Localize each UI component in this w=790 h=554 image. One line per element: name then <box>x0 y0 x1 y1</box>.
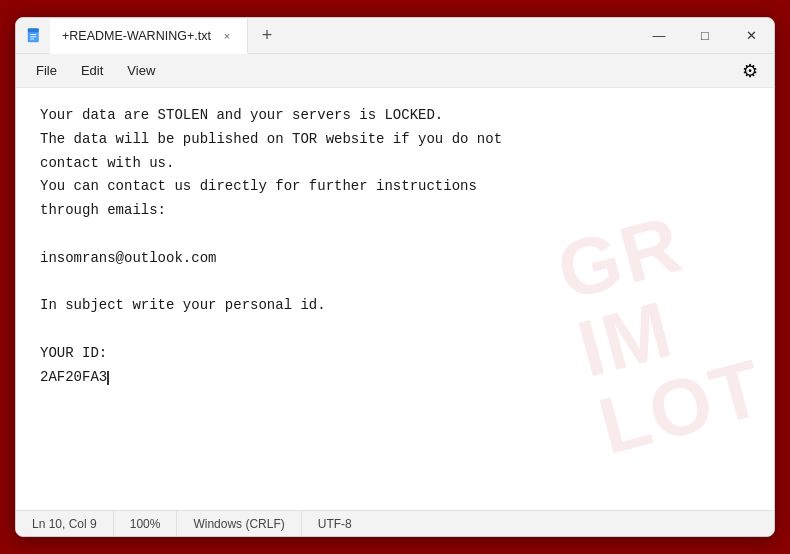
zoom-level: 100% <box>114 511 178 536</box>
new-tab-button[interactable]: + <box>248 18 287 53</box>
line-ending: Windows (CRLF) <box>177 511 301 536</box>
active-tab[interactable]: +README-WARNING+.txt × <box>50 19 248 54</box>
tab-title: +README-WARNING+.txt <box>62 29 211 43</box>
content-area[interactable]: GRIMLOT Your data are STOLEN and your se… <box>16 88 774 510</box>
close-button[interactable]: ✕ <box>728 18 774 53</box>
encoding: UTF-8 <box>302 511 368 536</box>
svg-rect-1 <box>28 28 39 32</box>
tab-close-button[interactable]: × <box>219 28 235 44</box>
settings-gear-icon[interactable]: ⚙ <box>734 55 766 87</box>
status-bar: Ln 10, Col 9 100% Windows (CRLF) UTF-8 <box>16 510 774 536</box>
main-window: +README-WARNING+.txt × + — □ ✕ File Edit… <box>15 17 775 537</box>
text-cursor <box>107 371 109 385</box>
cursor-position: Ln 10, Col 9 <box>16 511 114 536</box>
edit-menu[interactable]: Edit <box>69 59 115 82</box>
view-menu[interactable]: View <box>115 59 167 82</box>
app-icon <box>24 26 44 46</box>
title-bar: +README-WARNING+.txt × + — □ ✕ <box>16 18 774 54</box>
window-controls: — □ ✕ <box>636 18 774 53</box>
file-text-content: Your data are STOLEN and your servers is… <box>40 104 750 390</box>
file-menu[interactable]: File <box>24 59 69 82</box>
maximize-button[interactable]: □ <box>682 18 728 53</box>
title-bar-left <box>16 18 50 53</box>
minimize-button[interactable]: — <box>636 18 682 53</box>
tabs-area: +README-WARNING+.txt × + <box>50 18 636 53</box>
menu-bar: File Edit View ⚙ <box>16 54 774 88</box>
